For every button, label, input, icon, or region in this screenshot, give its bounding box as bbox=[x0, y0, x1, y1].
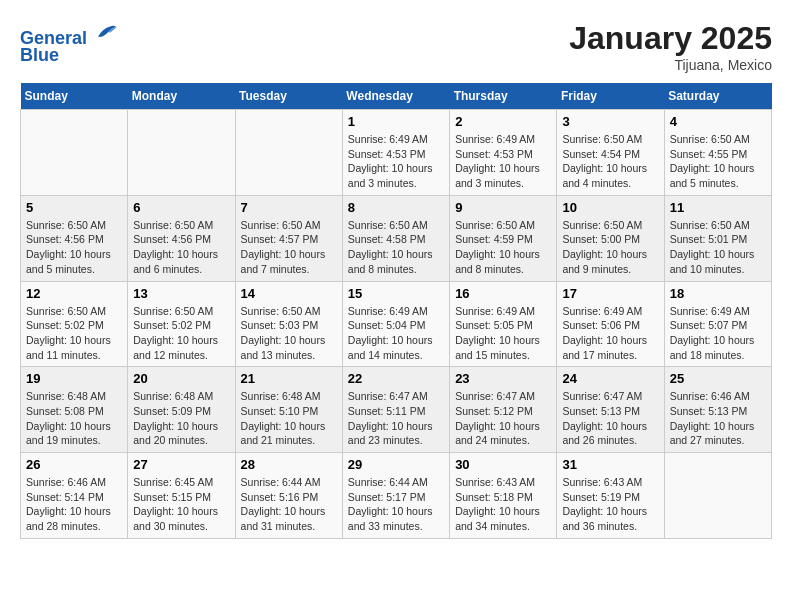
calendar-cell: 12Sunrise: 6:50 AM Sunset: 5:02 PM Dayli… bbox=[21, 281, 128, 367]
day-number: 13 bbox=[133, 286, 229, 301]
col-header-monday: Monday bbox=[128, 83, 235, 110]
week-row-3: 12Sunrise: 6:50 AM Sunset: 5:02 PM Dayli… bbox=[21, 281, 772, 367]
day-number: 2 bbox=[455, 114, 551, 129]
calendar-cell: 3Sunrise: 6:50 AM Sunset: 4:54 PM Daylig… bbox=[557, 110, 664, 196]
calendar-cell: 25Sunrise: 6:46 AM Sunset: 5:13 PM Dayli… bbox=[664, 367, 771, 453]
title-block: January 2025 Tijuana, Mexico bbox=[569, 20, 772, 73]
day-info: Sunrise: 6:47 AM Sunset: 5:12 PM Dayligh… bbox=[455, 389, 551, 448]
day-number: 19 bbox=[26, 371, 122, 386]
calendar-cell: 20Sunrise: 6:48 AM Sunset: 5:09 PM Dayli… bbox=[128, 367, 235, 453]
day-number: 11 bbox=[670, 200, 766, 215]
day-info: Sunrise: 6:49 AM Sunset: 5:04 PM Dayligh… bbox=[348, 304, 444, 363]
day-number: 26 bbox=[26, 457, 122, 472]
day-info: Sunrise: 6:50 AM Sunset: 5:00 PM Dayligh… bbox=[562, 218, 658, 277]
calendar-cell: 11Sunrise: 6:50 AM Sunset: 5:01 PM Dayli… bbox=[664, 195, 771, 281]
day-number: 15 bbox=[348, 286, 444, 301]
calendar-table: SundayMondayTuesdayWednesdayThursdayFrid… bbox=[20, 83, 772, 539]
calendar-cell: 24Sunrise: 6:47 AM Sunset: 5:13 PM Dayli… bbox=[557, 367, 664, 453]
day-info: Sunrise: 6:47 AM Sunset: 5:11 PM Dayligh… bbox=[348, 389, 444, 448]
col-header-saturday: Saturday bbox=[664, 83, 771, 110]
week-row-1: 1Sunrise: 6:49 AM Sunset: 4:53 PM Daylig… bbox=[21, 110, 772, 196]
day-number: 5 bbox=[26, 200, 122, 215]
day-info: Sunrise: 6:48 AM Sunset: 5:09 PM Dayligh… bbox=[133, 389, 229, 448]
calendar-cell: 17Sunrise: 6:49 AM Sunset: 5:06 PM Dayli… bbox=[557, 281, 664, 367]
calendar-cell bbox=[235, 110, 342, 196]
logo: General Blue bbox=[20, 20, 118, 66]
day-number: 8 bbox=[348, 200, 444, 215]
day-info: Sunrise: 6:50 AM Sunset: 4:54 PM Dayligh… bbox=[562, 132, 658, 191]
day-number: 18 bbox=[670, 286, 766, 301]
calendar-cell: 30Sunrise: 6:43 AM Sunset: 5:18 PM Dayli… bbox=[450, 453, 557, 539]
calendar-cell: 29Sunrise: 6:44 AM Sunset: 5:17 PM Dayli… bbox=[342, 453, 449, 539]
col-header-tuesday: Tuesday bbox=[235, 83, 342, 110]
day-number: 12 bbox=[26, 286, 122, 301]
day-number: 14 bbox=[241, 286, 337, 301]
day-info: Sunrise: 6:48 AM Sunset: 5:10 PM Dayligh… bbox=[241, 389, 337, 448]
day-number: 6 bbox=[133, 200, 229, 215]
day-info: Sunrise: 6:48 AM Sunset: 5:08 PM Dayligh… bbox=[26, 389, 122, 448]
calendar-cell: 16Sunrise: 6:49 AM Sunset: 5:05 PM Dayli… bbox=[450, 281, 557, 367]
day-info: Sunrise: 6:50 AM Sunset: 4:59 PM Dayligh… bbox=[455, 218, 551, 277]
day-number: 9 bbox=[455, 200, 551, 215]
calendar-cell: 14Sunrise: 6:50 AM Sunset: 5:03 PM Dayli… bbox=[235, 281, 342, 367]
day-number: 24 bbox=[562, 371, 658, 386]
col-header-wednesday: Wednesday bbox=[342, 83, 449, 110]
day-number: 28 bbox=[241, 457, 337, 472]
day-number: 31 bbox=[562, 457, 658, 472]
calendar-cell: 28Sunrise: 6:44 AM Sunset: 5:16 PM Dayli… bbox=[235, 453, 342, 539]
calendar-cell: 21Sunrise: 6:48 AM Sunset: 5:10 PM Dayli… bbox=[235, 367, 342, 453]
day-number: 17 bbox=[562, 286, 658, 301]
calendar-cell: 23Sunrise: 6:47 AM Sunset: 5:12 PM Dayli… bbox=[450, 367, 557, 453]
calendar-cell: 8Sunrise: 6:50 AM Sunset: 4:58 PM Daylig… bbox=[342, 195, 449, 281]
calendar-cell: 13Sunrise: 6:50 AM Sunset: 5:02 PM Dayli… bbox=[128, 281, 235, 367]
calendar-cell: 22Sunrise: 6:47 AM Sunset: 5:11 PM Dayli… bbox=[342, 367, 449, 453]
day-info: Sunrise: 6:49 AM Sunset: 5:07 PM Dayligh… bbox=[670, 304, 766, 363]
day-info: Sunrise: 6:50 AM Sunset: 5:03 PM Dayligh… bbox=[241, 304, 337, 363]
calendar-cell: 18Sunrise: 6:49 AM Sunset: 5:07 PM Dayli… bbox=[664, 281, 771, 367]
day-info: Sunrise: 6:45 AM Sunset: 5:15 PM Dayligh… bbox=[133, 475, 229, 534]
week-row-5: 26Sunrise: 6:46 AM Sunset: 5:14 PM Dayli… bbox=[21, 453, 772, 539]
calendar-cell: 27Sunrise: 6:45 AM Sunset: 5:15 PM Dayli… bbox=[128, 453, 235, 539]
calendar-cell: 1Sunrise: 6:49 AM Sunset: 4:53 PM Daylig… bbox=[342, 110, 449, 196]
day-info: Sunrise: 6:44 AM Sunset: 5:17 PM Dayligh… bbox=[348, 475, 444, 534]
day-number: 27 bbox=[133, 457, 229, 472]
calendar-cell: 26Sunrise: 6:46 AM Sunset: 5:14 PM Dayli… bbox=[21, 453, 128, 539]
day-info: Sunrise: 6:43 AM Sunset: 5:19 PM Dayligh… bbox=[562, 475, 658, 534]
day-info: Sunrise: 6:50 AM Sunset: 4:56 PM Dayligh… bbox=[133, 218, 229, 277]
day-info: Sunrise: 6:50 AM Sunset: 4:55 PM Dayligh… bbox=[670, 132, 766, 191]
calendar-cell: 7Sunrise: 6:50 AM Sunset: 4:57 PM Daylig… bbox=[235, 195, 342, 281]
month-title: January 2025 bbox=[569, 20, 772, 57]
day-info: Sunrise: 6:49 AM Sunset: 4:53 PM Dayligh… bbox=[348, 132, 444, 191]
day-info: Sunrise: 6:50 AM Sunset: 5:01 PM Dayligh… bbox=[670, 218, 766, 277]
day-info: Sunrise: 6:50 AM Sunset: 4:57 PM Dayligh… bbox=[241, 218, 337, 277]
logo-bird-icon bbox=[94, 20, 118, 44]
calendar-cell: 4Sunrise: 6:50 AM Sunset: 4:55 PM Daylig… bbox=[664, 110, 771, 196]
day-number: 20 bbox=[133, 371, 229, 386]
day-info: Sunrise: 6:50 AM Sunset: 4:56 PM Dayligh… bbox=[26, 218, 122, 277]
day-info: Sunrise: 6:46 AM Sunset: 5:13 PM Dayligh… bbox=[670, 389, 766, 448]
calendar-cell: 15Sunrise: 6:49 AM Sunset: 5:04 PM Dayli… bbox=[342, 281, 449, 367]
calendar-cell bbox=[128, 110, 235, 196]
day-number: 30 bbox=[455, 457, 551, 472]
page-header: General Blue January 2025 Tijuana, Mexic… bbox=[20, 20, 772, 73]
day-number: 25 bbox=[670, 371, 766, 386]
day-info: Sunrise: 6:44 AM Sunset: 5:16 PM Dayligh… bbox=[241, 475, 337, 534]
calendar-cell bbox=[664, 453, 771, 539]
day-number: 3 bbox=[562, 114, 658, 129]
day-number: 16 bbox=[455, 286, 551, 301]
calendar-cell: 5Sunrise: 6:50 AM Sunset: 4:56 PM Daylig… bbox=[21, 195, 128, 281]
calendar-header-row: SundayMondayTuesdayWednesdayThursdayFrid… bbox=[21, 83, 772, 110]
day-number: 21 bbox=[241, 371, 337, 386]
calendar-cell: 2Sunrise: 6:49 AM Sunset: 4:53 PM Daylig… bbox=[450, 110, 557, 196]
week-row-2: 5Sunrise: 6:50 AM Sunset: 4:56 PM Daylig… bbox=[21, 195, 772, 281]
day-number: 7 bbox=[241, 200, 337, 215]
week-row-4: 19Sunrise: 6:48 AM Sunset: 5:08 PM Dayli… bbox=[21, 367, 772, 453]
day-number: 10 bbox=[562, 200, 658, 215]
col-header-thursday: Thursday bbox=[450, 83, 557, 110]
day-info: Sunrise: 6:49 AM Sunset: 4:53 PM Dayligh… bbox=[455, 132, 551, 191]
day-number: 23 bbox=[455, 371, 551, 386]
col-header-sunday: Sunday bbox=[21, 83, 128, 110]
calendar-cell: 19Sunrise: 6:48 AM Sunset: 5:08 PM Dayli… bbox=[21, 367, 128, 453]
day-info: Sunrise: 6:43 AM Sunset: 5:18 PM Dayligh… bbox=[455, 475, 551, 534]
calendar-cell: 10Sunrise: 6:50 AM Sunset: 5:00 PM Dayli… bbox=[557, 195, 664, 281]
